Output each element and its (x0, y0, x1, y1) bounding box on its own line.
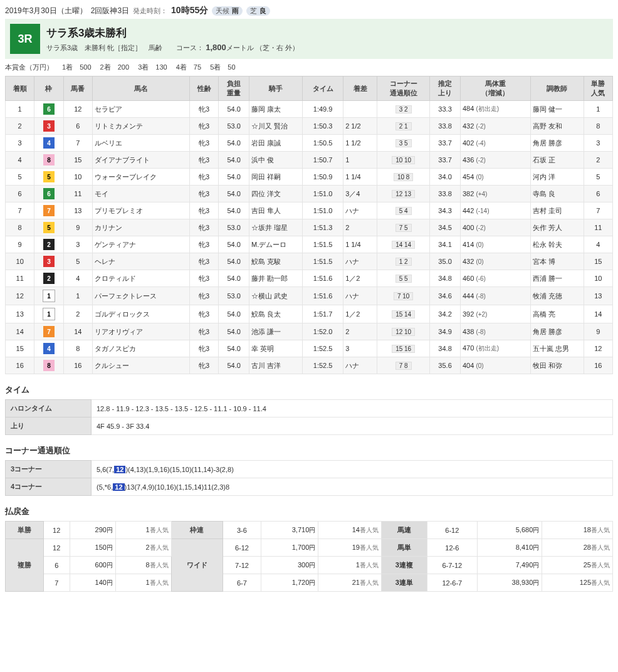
cell-corner: 7 8 (377, 357, 430, 374)
cell-jockey[interactable]: 鮫島 良太 (249, 305, 303, 323)
cell-trainer[interactable]: 牧田 和弥 (530, 357, 584, 374)
cell-waku: 3 (34, 253, 63, 270)
cell-time: 1:51.6 (303, 270, 343, 287)
cell-jockey[interactable]: ☆横山 武史 (249, 287, 303, 305)
table-row: 1124クロティルド牝354.0藤井 勘一郎1:51.61／25 534.846… (6, 270, 613, 287)
cell-jockey[interactable]: 四位 洋文 (249, 186, 303, 202)
cell-bw: 432 (0) (460, 253, 530, 270)
cell-jockey[interactable]: ☆坂井 瑠星 (249, 219, 303, 236)
cell-name[interactable]: ダイアナブライト (92, 152, 189, 169)
cell-trainer[interactable]: 角居 勝彦 (530, 135, 584, 152)
cell-trainer[interactable]: 角居 勝彦 (530, 323, 584, 340)
cell-trainer[interactable]: 矢作 芳人 (530, 219, 584, 236)
corner-table: 3コーナー 5,6(7,12)(4,13)(1,9,16)(15,10)(11,… (5, 460, 613, 496)
table-row: 7713プリモプレミオ牝354.0吉田 隼人1:51.0ハナ5 434.3442… (6, 202, 613, 219)
cell-corner: 2 1 (377, 118, 430, 135)
cell-trainer[interactable]: 吉村 圭司 (530, 202, 584, 219)
cell-sexage: 牝3 (189, 118, 218, 135)
cell-jockey[interactable]: 幸 英明 (249, 340, 303, 357)
cell-trainer[interactable]: 西浦 勝一 (530, 270, 584, 287)
cell-corner: 12 13 (377, 186, 430, 202)
col-rank: 着順 (6, 76, 34, 101)
cell-weight: 54.0 (219, 357, 249, 374)
cell-trainer[interactable]: 寺島 良 (530, 186, 584, 202)
cell-corner: 12 10 (377, 323, 430, 340)
cell-sexage: 牝3 (189, 135, 218, 152)
col-trainer: 調教師 (530, 76, 584, 101)
wakuren-num: 3-6 (223, 522, 261, 539)
cell-name[interactable]: ゲンティアナ (92, 236, 189, 253)
table-row: 1211パーフェクトレース牝353.0☆横山 武史1:51.6ハナ7 1034.… (6, 287, 613, 305)
cell-jockey[interactable]: ☆川又 賢治 (249, 118, 303, 135)
cell-margin: 3／4 (343, 186, 377, 202)
cell-name[interactable]: リアオリヴィア (92, 323, 189, 340)
cell-jockey[interactable]: 岡田 祥嗣 (249, 169, 303, 186)
cell-name[interactable]: モイ (92, 186, 189, 202)
cell-trainer[interactable]: 高橋 亮 (530, 305, 584, 323)
cell-margin: ハナ (343, 357, 377, 374)
cell-jockey[interactable]: 吉田 隼人 (249, 202, 303, 219)
cell-weight: 53.0 (219, 287, 249, 305)
cell-last: 33.3 (430, 101, 461, 118)
cell-margin: 1 1/2 (343, 135, 377, 152)
cell-corner: 7 5 (377, 219, 430, 236)
cell-pop: 1 (584, 101, 612, 118)
cell-name[interactable]: ルベリエ (92, 135, 189, 152)
cell-sexage: 牝3 (189, 287, 218, 305)
cell-margin: 2 (343, 219, 377, 236)
cell-trainer[interactable]: 高野 友和 (530, 118, 584, 135)
furlong-value: 12.8 - 11.9 - 12.3 - 13.5 - 13.5 - 12.5 … (92, 400, 613, 417)
cell-rank: 7 (6, 202, 34, 219)
table-row: 1312ゴルディロックス牝354.0鮫島 良太1:51.71／215 1434.… (6, 305, 613, 323)
cell-name[interactable]: パーフェクトレース (92, 287, 189, 305)
race-info-bar: 2019年3月30日（土曜） 2回阪神3日 発走時刻： 10時55分 天候雨 芝… (5, 5, 613, 16)
cell-name[interactable]: クロティルド (92, 270, 189, 287)
cell-trainer[interactable]: 松永 幹夫 (530, 236, 584, 253)
cell-pop: 15 (584, 253, 612, 270)
cell-jockey[interactable]: 浜中 俊 (249, 152, 303, 169)
cell-pop: 8 (584, 118, 612, 135)
cell-bw: 444 (-8) (460, 287, 530, 305)
cell-name[interactable]: プリモプレミオ (92, 202, 189, 219)
fukusho-label: 複勝 (6, 539, 44, 592)
cell-name[interactable]: ヘレナ (92, 253, 189, 270)
track-pill: 芝良 (246, 6, 270, 16)
cell-num: 11 (63, 186, 92, 202)
cell-corner: 15 16 (377, 340, 430, 357)
cell-margin: ハナ (343, 287, 377, 305)
cell-name[interactable]: ゴルディロックス (92, 305, 189, 323)
cell-name[interactable]: セラピア (92, 101, 189, 118)
cell-sexage: 牝3 (189, 101, 218, 118)
cell-trainer[interactable]: 牧浦 充徳 (530, 287, 584, 305)
cell-jockey[interactable]: 鮫島 克駿 (249, 253, 303, 270)
cell-pop: 2 (584, 152, 612, 169)
cell-name[interactable]: カリナン (92, 219, 189, 236)
cell-num: 16 (63, 357, 92, 374)
cell-waku: 3 (34, 118, 63, 135)
cell-name[interactable]: クルシュー (92, 357, 189, 374)
cell-name[interactable]: タガノスピカ (92, 340, 189, 357)
cell-pop: 9 (584, 323, 612, 340)
cell-jockey[interactable]: 古川 吉洋 (249, 357, 303, 374)
cell-waku: 2 (34, 270, 63, 287)
table-row: 1548タガノスピカ牝354.0幸 英明1:52.5315 1634.8470 … (6, 340, 613, 357)
tansho-num: 12 (43, 522, 70, 539)
cell-jockey[interactable]: 藤井 勘一郎 (249, 270, 303, 287)
cell-name[interactable]: ウォーターブレイク (92, 169, 189, 186)
cell-jockey[interactable]: 池添 謙一 (249, 323, 303, 340)
cell-time: 1:50.9 (303, 169, 343, 186)
cell-trainer[interactable]: 宮本 博 (530, 253, 584, 270)
cell-time: 1:51.0 (303, 202, 343, 219)
cell-trainer[interactable]: 河内 洋 (530, 169, 584, 186)
cell-trainer[interactable]: 石坂 正 (530, 152, 584, 169)
wakuren-label: 枠連 (171, 522, 223, 539)
cell-trainer[interactable]: 藤岡 健一 (530, 101, 584, 118)
cell-trainer[interactable]: 五十嵐 忠男 (530, 340, 584, 357)
table-row: 14714リアオリヴィア牝354.0池添 謙一1:52.0212 1034.94… (6, 323, 613, 340)
cell-num: 3 (63, 236, 92, 253)
cell-corner: 3 2 (377, 101, 430, 118)
cell-jockey[interactable]: M.デムーロ (249, 236, 303, 253)
cell-jockey[interactable]: 岩田 康誠 (249, 135, 303, 152)
cell-name[interactable]: リトミカメンテ (92, 118, 189, 135)
cell-jockey[interactable]: 藤岡 康太 (249, 101, 303, 118)
